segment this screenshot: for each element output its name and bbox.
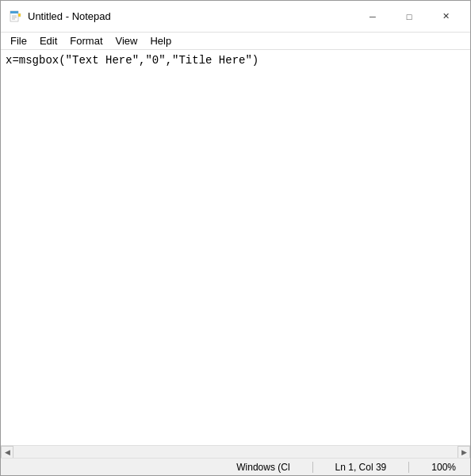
title-bar-left: Untitled - Notepad (9, 10, 111, 23)
close-button[interactable]: ✕ (427, 5, 464, 29)
notepad-icon (9, 10, 21, 23)
title-bar: Untitled - Notepad ─ □ ✕ (1, 1, 470, 33)
svg-rect-1 (10, 11, 18, 13)
menu-edit[interactable]: Edit (33, 33, 63, 48)
encoding-status: Windows (Cl (230, 462, 296, 473)
menu-view[interactable]: View (109, 33, 144, 48)
notepad-window: Untitled - Notepad ─ □ ✕ File Edit Forma… (0, 0, 471, 476)
scroll-right-button[interactable]: ▶ (458, 446, 470, 459)
text-editor[interactable]: x=msgbox("Text Here","0","Title Here") (1, 50, 470, 445)
scroll-left-button[interactable]: ◀ (1, 446, 13, 459)
h-scroll-track (13, 446, 458, 459)
editor-area: x=msgbox("Text Here","0","Title Here") (1, 50, 470, 445)
horizontal-scrollbar: ◀ ▶ (1, 445, 470, 458)
position-status: Ln 1, Col 39 (329, 462, 393, 473)
svg-rect-5 (18, 13, 21, 17)
menu-file[interactable]: File (4, 33, 33, 48)
minimize-button[interactable]: ─ (354, 5, 391, 29)
status-separator-1 (312, 462, 313, 473)
menu-help[interactable]: Help (144, 33, 178, 48)
status-separator-2 (408, 462, 409, 473)
window-title: Untitled - Notepad (28, 10, 111, 22)
menu-format[interactable]: Format (63, 33, 109, 48)
zoom-status: 100% (425, 462, 462, 473)
status-bar: Windows (Cl Ln 1, Col 39 100% (1, 458, 470, 475)
title-bar-controls: ─ □ ✕ (354, 5, 464, 29)
menu-bar: File Edit Format View Help (1, 33, 470, 50)
maximize-button[interactable]: □ (391, 5, 427, 29)
